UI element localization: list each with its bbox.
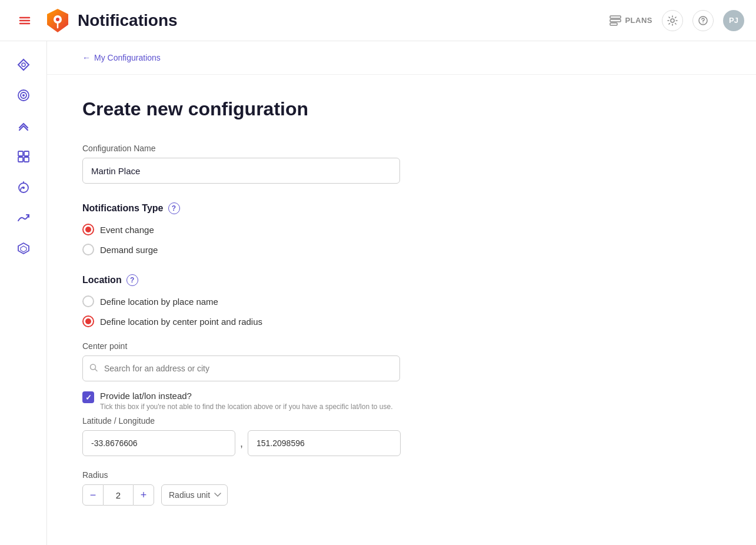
settings-button[interactable] bbox=[662, 10, 683, 31]
sidebar-item-diamond[interactable] bbox=[9, 51, 38, 79]
radio-demand-surge[interactable]: Demand surge bbox=[82, 244, 482, 255]
sidebar-item-api[interactable] bbox=[9, 234, 38, 262]
svg-point-12 bbox=[702, 22, 704, 24]
radio-by-center-point[interactable]: Define location by center point and radi… bbox=[82, 315, 482, 327]
breadcrumb-bar: ← My Configurations bbox=[47, 41, 756, 75]
latitude-input[interactable] bbox=[82, 430, 235, 456]
radius-group: Radius − 2 + Radius unit km mi m bbox=[82, 470, 482, 506]
center-point-label: Center point bbox=[82, 341, 482, 351]
radio-event-change-label: Event change bbox=[100, 225, 154, 235]
svg-marker-24 bbox=[21, 246, 26, 252]
radius-increase-button[interactable]: + bbox=[133, 484, 154, 506]
svg-rect-8 bbox=[610, 19, 621, 22]
notifications-type-help-icon[interactable]: ? bbox=[168, 202, 180, 214]
svg-rect-9 bbox=[610, 23, 617, 25]
sidebar-item-chevron-up[interactable] bbox=[9, 112, 38, 140]
radio-by-place-name-indicator bbox=[82, 295, 94, 307]
radio-demand-surge-label: Demand surge bbox=[100, 245, 158, 255]
sidebar-nav bbox=[0, 41, 47, 545]
radio-demand-surge-indicator bbox=[82, 244, 94, 255]
svg-rect-18 bbox=[24, 151, 29, 156]
radio-event-change-indicator bbox=[82, 224, 94, 235]
radio-by-center-point-indicator bbox=[82, 315, 94, 327]
config-name-input[interactable] bbox=[82, 158, 400, 184]
comma-separator: , bbox=[238, 437, 245, 450]
location-help-icon[interactable]: ? bbox=[126, 274, 138, 286]
lat-lon-checkbox-hint: Tick this box if you're not able to find… bbox=[100, 403, 392, 411]
radius-unit-select[interactable]: Radius unit km mi m bbox=[161, 484, 228, 506]
back-arrow-icon: ← bbox=[82, 53, 91, 62]
radio-by-center-point-label: Define location by center point and radi… bbox=[100, 317, 262, 327]
sidebar-item-trending[interactable] bbox=[9, 204, 38, 232]
svg-rect-20 bbox=[24, 157, 29, 162]
radius-row: − 2 + Radius unit km mi m bbox=[82, 484, 482, 506]
radius-value-display: 2 bbox=[104, 484, 133, 506]
svg-rect-19 bbox=[18, 157, 23, 162]
svg-rect-17 bbox=[18, 151, 23, 156]
app-header: Notifications PLANS PJ bbox=[0, 0, 756, 41]
hamburger-menu-button[interactable] bbox=[12, 8, 38, 34]
radius-label: Radius bbox=[82, 470, 482, 480]
location-section: Location ? Define location by place name… bbox=[82, 274, 482, 506]
page-title: Create new configuration bbox=[82, 98, 482, 120]
header-left: Notifications bbox=[12, 8, 178, 34]
center-point-input[interactable] bbox=[82, 355, 400, 381]
center-point-group: Center point bbox=[82, 341, 482, 381]
lat-lon-checkbox-label: Provide lat/lon instead? bbox=[100, 391, 482, 401]
svg-point-22 bbox=[22, 187, 25, 189]
lat-lon-checkbox-row: ✓ Provide lat/lon instead? Tick this box… bbox=[82, 391, 482, 411]
radio-event-change-dot bbox=[85, 227, 91, 232]
radio-by-place-name[interactable]: Define location by place name bbox=[82, 295, 482, 307]
notifications-type-section: Notifications Type ? Event change Demand… bbox=[82, 202, 482, 255]
radius-decrease-button[interactable]: − bbox=[82, 484, 104, 506]
help-button[interactable] bbox=[692, 10, 714, 31]
app-logo bbox=[45, 8, 71, 34]
header-right: PLANS PJ bbox=[610, 10, 744, 31]
longitude-input[interactable] bbox=[248, 430, 401, 456]
location-label: Location ? bbox=[82, 274, 482, 286]
checkmark-icon: ✓ bbox=[85, 393, 92, 402]
sidebar-item-grid[interactable] bbox=[9, 142, 38, 171]
plans-button[interactable]: PLANS bbox=[610, 15, 652, 26]
radio-by-center-point-dot bbox=[85, 318, 91, 324]
search-icon bbox=[89, 364, 98, 374]
radio-by-place-name-label: Define location by place name bbox=[100, 297, 218, 307]
center-point-search-wrap bbox=[82, 355, 400, 381]
svg-point-10 bbox=[671, 19, 674, 22]
svg-point-5 bbox=[56, 18, 59, 21]
svg-point-16 bbox=[22, 94, 25, 97]
notifications-type-label: Notifications Type ? bbox=[82, 202, 482, 214]
user-avatar[interactable]: PJ bbox=[723, 10, 744, 31]
config-name-section: Configuration Name bbox=[82, 144, 482, 184]
svg-point-13 bbox=[22, 63, 25, 67]
sidebar-item-target[interactable] bbox=[9, 81, 38, 109]
lat-lon-group: Latitude / Longitude , bbox=[82, 416, 482, 456]
location-radio-group: Define location by place name Define loc… bbox=[82, 295, 482, 327]
main-content: ← My Configurations Create new configura… bbox=[47, 41, 756, 545]
radio-event-change[interactable]: Event change bbox=[82, 224, 482, 235]
form-area: Create new configuration Configuration N… bbox=[47, 75, 518, 545]
lat-lon-label: Latitude / Longitude bbox=[82, 416, 482, 426]
lat-lon-checkbox[interactable]: ✓ bbox=[82, 391, 94, 403]
lat-lon-checkbox-text: Provide lat/lon instead? Tick this box i… bbox=[100, 391, 482, 411]
notifications-type-radio-group: Event change Demand surge bbox=[82, 224, 482, 255]
svg-rect-7 bbox=[610, 16, 621, 18]
config-name-label: Configuration Name bbox=[82, 144, 482, 153]
main-wrapper: ← My Configurations Create new configura… bbox=[0, 41, 756, 545]
svg-line-26 bbox=[95, 369, 98, 371]
breadcrumb-back-link[interactable]: ← My Configurations bbox=[82, 53, 721, 62]
lat-lon-inputs-row: , bbox=[82, 430, 482, 456]
sidebar-item-gauge[interactable] bbox=[9, 173, 38, 201]
app-title: Notifications bbox=[78, 11, 178, 30]
